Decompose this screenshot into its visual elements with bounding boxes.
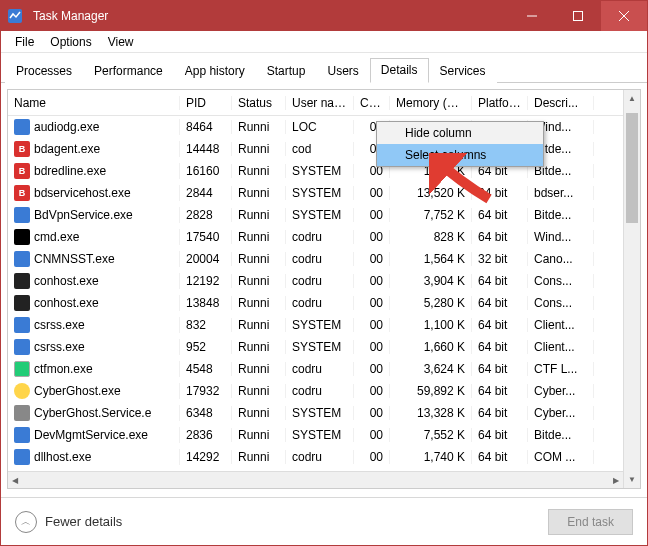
end-task-button[interactable]: End task: [548, 509, 633, 535]
tab-services[interactable]: Services: [429, 59, 497, 83]
process-user: SYSTEM: [286, 318, 354, 332]
process-icon: [14, 295, 30, 311]
process-description: Client...: [528, 340, 594, 354]
process-memory: 1,660 K: [390, 340, 472, 354]
process-description: bdser...: [528, 186, 594, 200]
close-button[interactable]: [601, 1, 647, 31]
header-platform[interactable]: Platform: [472, 96, 528, 110]
fewer-details-button[interactable]: ︿ Fewer details: [15, 511, 122, 533]
header-status[interactable]: Status: [232, 96, 286, 110]
column-headers[interactable]: Name PID Status User name CPU Memory (pr…: [8, 90, 640, 116]
process-description: Client...: [528, 318, 594, 332]
process-description: Bitde...: [528, 428, 594, 442]
process-user: codru: [286, 230, 354, 244]
tabbar: ProcessesPerformanceApp historyStartupUs…: [1, 53, 647, 83]
process-user: codru: [286, 362, 354, 376]
process-platform: 64 bit: [472, 406, 528, 420]
table-row[interactable]: Bbdagent.exe14448Runnicod005 K64 bitBitd…: [8, 138, 640, 160]
process-status: Runni: [232, 428, 286, 442]
scroll-up-icon[interactable]: ▲: [624, 90, 640, 107]
table-row[interactable]: BdVpnService.exe2828RunniSYSTEM007,752 K…: [8, 204, 640, 226]
process-description: Cyber...: [528, 384, 594, 398]
process-pid: 17540: [180, 230, 232, 244]
scroll-down-icon[interactable]: ▼: [624, 471, 640, 488]
context-hide-column[interactable]: Hide column: [377, 122, 543, 144]
process-description: Cano...: [528, 252, 594, 266]
menu-file[interactable]: File: [7, 33, 42, 51]
process-memory: 7,752 K: [390, 208, 472, 222]
process-pid: 16160: [180, 164, 232, 178]
tab-app-history[interactable]: App history: [174, 59, 256, 83]
table-row[interactable]: dllhost.exe14292Runnicodru001,740 K64 bi…: [8, 446, 640, 468]
table-row[interactable]: Bbdredline.exe16160RunniSYSTEM001,936 K6…: [8, 160, 640, 182]
minimize-button[interactable]: [509, 1, 555, 31]
tab-performance[interactable]: Performance: [83, 59, 174, 83]
process-status: Runni: [232, 252, 286, 266]
tab-startup[interactable]: Startup: [256, 59, 317, 83]
scroll-thumb[interactable]: [626, 113, 638, 223]
header-user[interactable]: User name: [286, 96, 354, 110]
process-name: bdagent.exe: [34, 142, 100, 156]
process-name: DevMgmtService.exe: [34, 428, 148, 442]
table-row[interactable]: csrss.exe952RunniSYSTEM001,660 K64 bitCl…: [8, 336, 640, 358]
process-icon: [14, 317, 30, 333]
details-table: Name PID Status User name CPU Memory (pr…: [7, 89, 641, 489]
table-row[interactable]: conhost.exe12192Runnicodru003,904 K64 bi…: [8, 270, 640, 292]
process-memory: 1,100 K: [390, 318, 472, 332]
header-memory[interactable]: Memory (pr...: [390, 96, 472, 110]
process-cpu: 00: [354, 450, 390, 464]
process-name: conhost.exe: [34, 274, 99, 288]
table-row[interactable]: CyberGhost.exe17932Runnicodru0059,892 K6…: [8, 380, 640, 402]
process-status: Runni: [232, 362, 286, 376]
svg-rect-2: [574, 12, 583, 21]
table-row[interactable]: DevMgmtService.exe2836RunniSYSTEM007,552…: [8, 424, 640, 446]
header-description[interactable]: Descri...: [528, 96, 594, 110]
table-row[interactable]: audiodg.exe8464RunniLOC00O K64 bitWind..…: [8, 116, 640, 138]
process-user: SYSTEM: [286, 208, 354, 222]
process-status: Runni: [232, 230, 286, 244]
process-rows: audiodg.exe8464RunniLOC00O K64 bitWind..…: [8, 116, 640, 468]
maximize-button[interactable]: [555, 1, 601, 31]
process-platform: 64 bit: [472, 340, 528, 354]
menu-view[interactable]: View: [100, 33, 142, 51]
tab-details[interactable]: Details: [370, 58, 429, 83]
tab-users[interactable]: Users: [316, 59, 369, 83]
process-icon: [14, 383, 30, 399]
header-name[interactable]: Name: [8, 96, 180, 110]
process-name: cmd.exe: [34, 230, 79, 244]
process-status: Runni: [232, 164, 286, 178]
process-pid: 6348: [180, 406, 232, 420]
header-pid[interactable]: PID: [180, 96, 232, 110]
process-icon: [14, 229, 30, 245]
process-description: Cons...: [528, 296, 594, 310]
process-name: bdservicehost.exe: [34, 186, 131, 200]
table-row[interactable]: cmd.exe17540Runnicodru00828 K64 bitWind.…: [8, 226, 640, 248]
table-row[interactable]: ctfmon.exe4548Runnicodru003,624 K64 bitC…: [8, 358, 640, 380]
process-pid: 13848: [180, 296, 232, 310]
process-user: codru: [286, 252, 354, 266]
app-icon: [1, 8, 29, 24]
vertical-scrollbar[interactable]: ▲ ▼: [623, 90, 640, 488]
process-cpu: 00: [354, 384, 390, 398]
horizontal-scrollbar[interactable]: ◀▶: [8, 471, 623, 488]
tab-processes[interactable]: Processes: [5, 59, 83, 83]
process-memory: 59,892 K: [390, 384, 472, 398]
process-platform: 64 bit: [472, 428, 528, 442]
process-name: csrss.exe: [34, 318, 85, 332]
titlebar[interactable]: Task Manager: [1, 1, 647, 31]
process-name: bdredline.exe: [34, 164, 106, 178]
table-row[interactable]: conhost.exe13848Runnicodru005,280 K64 bi…: [8, 292, 640, 314]
process-icon: [14, 273, 30, 289]
process-status: Runni: [232, 120, 286, 134]
table-row[interactable]: CNMNSST.exe20004Runnicodru001,564 K32 bi…: [8, 248, 640, 270]
menu-options[interactable]: Options: [42, 33, 99, 51]
table-row[interactable]: CyberGhost.Service.e6348RunniSYSTEM0013,…: [8, 402, 640, 424]
table-row[interactable]: csrss.exe832RunniSYSTEM001,100 K64 bitCl…: [8, 314, 640, 336]
header-cpu[interactable]: CPU: [354, 96, 390, 110]
process-name: CNMNSST.exe: [34, 252, 115, 266]
process-platform: 64 bit: [472, 230, 528, 244]
process-name: BdVpnService.exe: [34, 208, 133, 222]
process-cpu: 00: [354, 340, 390, 354]
context-select-columns[interactable]: Select columns: [377, 144, 543, 166]
table-row[interactable]: Bbdservicehost.exe2844RunniSYSTEM0013,52…: [8, 182, 640, 204]
